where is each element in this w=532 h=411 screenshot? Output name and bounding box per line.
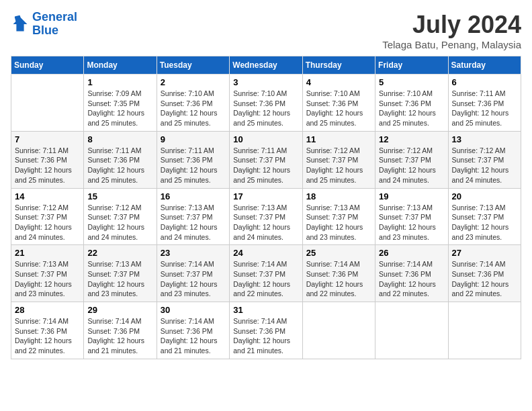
column-header-thursday: Thursday [302,56,375,75]
calendar-cell [448,302,521,359]
day-number: 9 [161,134,226,144]
day-number: 3 [233,77,298,87]
day-number: 24 [233,248,298,258]
day-detail: Sunrise: 7:11 AM Sunset: 7:36 PM Dayligh… [15,146,80,185]
day-number: 11 [306,134,371,144]
day-detail: Sunrise: 7:13 AM Sunset: 7:37 PM Dayligh… [452,203,517,242]
calendar-cell: 5 Sunrise: 7:10 AM Sunset: 7:36 PM Dayli… [375,75,448,132]
column-header-friday: Friday [375,56,448,75]
calendar-cell: 11 Sunrise: 7:12 AM Sunset: 7:37 PM Dayl… [302,131,375,188]
column-header-sunday: Sunday [11,56,84,75]
logo-text: General Blue [32,11,77,38]
calendar-cell: 19 Sunrise: 7:13 AM Sunset: 7:37 PM Dayl… [375,188,448,245]
day-detail: Sunrise: 7:14 AM Sunset: 7:36 PM Dayligh… [87,316,152,356]
day-detail: Sunrise: 7:11 AM Sunset: 7:37 PM Dayligh… [233,146,298,185]
calendar-cell: 1 Sunrise: 7:09 AM Sunset: 7:35 PM Dayli… [84,75,157,132]
day-number: 2 [161,77,226,87]
week-row-3: 14 Sunrise: 7:12 AM Sunset: 7:37 PM Dayl… [11,188,521,245]
calendar-cell: 3 Sunrise: 7:10 AM Sunset: 7:36 PM Dayli… [230,75,302,132]
calendar-cell [11,75,84,132]
day-detail: Sunrise: 7:13 AM Sunset: 7:37 PM Dayligh… [87,259,152,299]
day-detail: Sunrise: 7:14 AM Sunset: 7:36 PM Dayligh… [306,259,371,299]
calendar-cell: 20 Sunrise: 7:13 AM Sunset: 7:37 PM Dayl… [448,188,521,245]
header-row: SundayMondayTuesdayWednesdayThursdayFrid… [11,56,521,75]
calendar-cell: 6 Sunrise: 7:11 AM Sunset: 7:36 PM Dayli… [448,75,521,132]
calendar-cell: 30 Sunrise: 7:14 AM Sunset: 7:36 PM Dayl… [157,302,229,359]
day-detail: Sunrise: 7:14 AM Sunset: 7:37 PM Dayligh… [161,259,226,299]
calendar-cell: 18 Sunrise: 7:13 AM Sunset: 7:37 PM Dayl… [302,188,375,245]
day-detail: Sunrise: 7:10 AM Sunset: 7:36 PM Dayligh… [306,89,371,128]
calendar-cell: 10 Sunrise: 7:11 AM Sunset: 7:37 PM Dayl… [230,131,302,188]
day-number: 27 [452,248,517,258]
week-row-5: 28 Sunrise: 7:14 AM Sunset: 7:36 PM Dayl… [11,302,521,359]
week-row-2: 7 Sunrise: 7:11 AM Sunset: 7:36 PM Dayli… [11,131,521,188]
column-header-wednesday: Wednesday [230,56,302,75]
day-detail: Sunrise: 7:14 AM Sunset: 7:37 PM Dayligh… [233,259,298,299]
logo: General Blue [11,11,77,38]
day-detail: Sunrise: 7:09 AM Sunset: 7:35 PM Dayligh… [87,89,152,128]
day-number: 25 [306,248,371,258]
day-number: 22 [87,248,152,258]
day-number: 8 [87,134,152,144]
day-number: 5 [379,77,444,87]
day-detail: Sunrise: 7:13 AM Sunset: 7:37 PM Dayligh… [161,203,226,242]
day-number: 21 [15,248,80,258]
day-number: 6 [452,77,517,87]
day-number: 10 [233,134,298,144]
day-detail: Sunrise: 7:13 AM Sunset: 7:37 PM Dayligh… [15,259,80,299]
location: Telaga Batu, Penang, Malaysia [382,39,521,50]
day-detail: Sunrise: 7:11 AM Sunset: 7:36 PM Dayligh… [452,89,517,128]
title-block: July 2024 Telaga Batu, Penang, Malaysia [382,11,521,50]
day-detail: Sunrise: 7:11 AM Sunset: 7:36 PM Dayligh… [161,146,226,185]
day-number: 18 [306,191,371,201]
week-row-4: 21 Sunrise: 7:13 AM Sunset: 7:37 PM Dayl… [11,245,521,302]
calendar-cell: 23 Sunrise: 7:14 AM Sunset: 7:37 PM Dayl… [157,245,229,302]
calendar-cell: 4 Sunrise: 7:10 AM Sunset: 7:36 PM Dayli… [302,75,375,132]
calendar-cell: 17 Sunrise: 7:13 AM Sunset: 7:37 PM Dayl… [230,188,302,245]
day-number: 15 [87,191,152,201]
column-header-tuesday: Tuesday [157,56,229,75]
day-number: 29 [87,305,152,315]
day-detail: Sunrise: 7:13 AM Sunset: 7:37 PM Dayligh… [233,203,298,242]
day-number: 16 [161,191,226,201]
day-number: 20 [452,191,517,201]
day-detail: Sunrise: 7:12 AM Sunset: 7:37 PM Dayligh… [379,146,444,185]
day-number: 7 [15,134,80,144]
day-detail: Sunrise: 7:10 AM Sunset: 7:36 PM Dayligh… [379,89,444,128]
day-detail: Sunrise: 7:11 AM Sunset: 7:36 PM Dayligh… [87,146,152,185]
column-header-monday: Monday [84,56,157,75]
day-detail: Sunrise: 7:14 AM Sunset: 7:36 PM Dayligh… [233,316,298,356]
day-number: 23 [161,248,226,258]
calendar-cell [375,302,448,359]
calendar-cell: 26 Sunrise: 7:14 AM Sunset: 7:36 PM Dayl… [375,245,448,302]
page-header: General Blue July 2024 Telaga Batu, Pena… [11,11,521,50]
day-number: 4 [306,77,371,87]
day-detail: Sunrise: 7:10 AM Sunset: 7:36 PM Dayligh… [233,89,298,128]
calendar-cell: 27 Sunrise: 7:14 AM Sunset: 7:36 PM Dayl… [448,245,521,302]
calendar-cell: 21 Sunrise: 7:13 AM Sunset: 7:37 PM Dayl… [11,245,84,302]
calendar-cell: 24 Sunrise: 7:14 AM Sunset: 7:37 PM Dayl… [230,245,302,302]
calendar-cell: 25 Sunrise: 7:14 AM Sunset: 7:36 PM Dayl… [302,245,375,302]
day-detail: Sunrise: 7:12 AM Sunset: 7:37 PM Dayligh… [452,146,517,185]
calendar-cell: 12 Sunrise: 7:12 AM Sunset: 7:37 PM Dayl… [375,131,448,188]
day-detail: Sunrise: 7:12 AM Sunset: 7:37 PM Dayligh… [15,203,80,242]
day-detail: Sunrise: 7:12 AM Sunset: 7:37 PM Dayligh… [87,203,152,242]
calendar-cell: 15 Sunrise: 7:12 AM Sunset: 7:37 PM Dayl… [84,188,157,245]
day-number: 30 [161,305,226,315]
calendar-cell: 28 Sunrise: 7:14 AM Sunset: 7:36 PM Dayl… [11,302,84,359]
month-title: July 2024 [382,11,521,39]
column-header-saturday: Saturday [448,56,521,75]
calendar-cell: 2 Sunrise: 7:10 AM Sunset: 7:36 PM Dayli… [157,75,229,132]
calendar-table: SundayMondayTuesdayWednesdayThursdayFrid… [11,56,521,359]
calendar-cell: 13 Sunrise: 7:12 AM Sunset: 7:37 PM Dayl… [448,131,521,188]
day-number: 28 [15,305,80,315]
day-number: 1 [87,77,152,87]
week-row-1: 1 Sunrise: 7:09 AM Sunset: 7:35 PM Dayli… [11,75,521,132]
day-detail: Sunrise: 7:12 AM Sunset: 7:37 PM Dayligh… [306,146,371,185]
day-number: 31 [233,305,298,315]
calendar-cell [302,302,375,359]
calendar-cell: 7 Sunrise: 7:11 AM Sunset: 7:36 PM Dayli… [11,131,84,188]
calendar-cell: 9 Sunrise: 7:11 AM Sunset: 7:36 PM Dayli… [157,131,229,188]
day-detail: Sunrise: 7:13 AM Sunset: 7:37 PM Dayligh… [306,203,371,242]
day-detail: Sunrise: 7:10 AM Sunset: 7:36 PM Dayligh… [161,89,226,128]
